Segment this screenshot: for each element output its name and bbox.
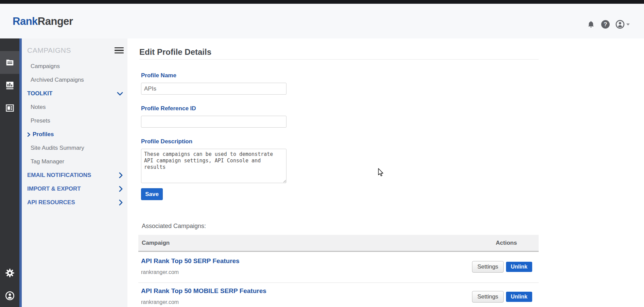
chevron-right-icon: [119, 199, 123, 206]
rail-accent-strip: [19, 38, 22, 307]
rail-content-icon[interactable]: [0, 97, 19, 119]
sidebar-item-notes[interactable]: Notes: [27, 100, 124, 114]
sidebar-section-label: API RESOURCES: [27, 199, 75, 206]
title-divider: [139, 59, 539, 60]
sidebar-item-label: Campaigns: [31, 63, 60, 70]
account-menu[interactable]: [615, 20, 630, 29]
sidebar-item-archived-campaigns[interactable]: Archived Campaigns: [27, 73, 124, 87]
column-header-campaign: Campaign: [138, 240, 170, 246]
campaigns-sidebar: CAMPAIGNS Campaigns Archived Campaigns T…: [22, 38, 127, 307]
campaign-domain: rankranger.com: [141, 269, 179, 275]
sidebar-section-toolkit[interactable]: TOOLKIT: [27, 87, 124, 100]
sidebar-item-presets[interactable]: Presets: [27, 114, 124, 128]
campaigns-table-header: Campaign Actions: [138, 235, 539, 252]
profile-name-label: Profile Name: [141, 72, 176, 79]
profile-description-label: Profile Description: [141, 138, 192, 145]
rail-settings-gear-icon[interactable]: [0, 261, 19, 284]
sidebar-title: CAMPAIGNS: [27, 46, 71, 54]
sidebar-section-email-notifications[interactable]: EMAIL NOTIFICATIONS: [27, 168, 124, 182]
sidebar-item-label: Presets: [31, 117, 50, 124]
app-header: RankRanger ?: [0, 4, 644, 38]
campaign-domain: rankranger.com: [141, 299, 179, 305]
sidebar-item-profiles[interactable]: Profiles: [27, 128, 124, 141]
account-caret-icon: [626, 23, 630, 26]
chevron-right-icon: [27, 132, 31, 137]
user-circle-icon: [615, 20, 625, 29]
help-glyph: ?: [604, 21, 607, 28]
sidebar-item-campaigns[interactable]: Campaigns: [27, 60, 124, 73]
unlink-button[interactable]: Unlink: [506, 262, 532, 272]
table-row: API Rank Top 50 SERP Features rankranger…: [138, 253, 539, 283]
sidebar-section-import-export[interactable]: IMPORT & EXPORT: [27, 182, 124, 196]
hamburger-menu-icon[interactable]: [115, 46, 124, 55]
campaign-name-link[interactable]: API Rank Top 50 SERP Features: [141, 257, 240, 265]
unlink-button[interactable]: Unlink: [506, 292, 532, 302]
profile-reference-id-input[interactable]: [141, 116, 286, 128]
sidebar-item-label: Notes: [31, 104, 46, 111]
page-title: Edit Profile Details: [139, 47, 211, 57]
help-icon[interactable]: ?: [601, 20, 610, 29]
chevron-right-icon: [119, 172, 123, 178]
sidebar-item-label: Profiles: [33, 131, 54, 138]
save-button[interactable]: Save: [141, 188, 163, 200]
sidebar-section-label: EMAIL NOTIFICATIONS: [27, 172, 91, 179]
row-actions: Settings Unlink: [472, 261, 532, 273]
rail-campaigns-icon[interactable]: [0, 51, 19, 74]
sidebar-section-label: IMPORT & EXPORT: [27, 185, 81, 192]
campaigns-table-body: API Rank Top 50 SERP Features rankranger…: [138, 253, 539, 307]
logo-part-rank: Rank: [13, 15, 38, 27]
profile-description-textarea[interactable]: These campaigns can be used to demonstra…: [141, 149, 286, 183]
profile-reference-id-label: Profile Reference ID: [141, 105, 196, 112]
notifications-bell-icon[interactable]: [587, 20, 595, 29]
table-row: API Rank Top 50 MOBILE SERP Features ran…: [138, 283, 539, 307]
rail-profile-user-icon[interactable]: [0, 284, 19, 307]
main-content: Edit Profile Details Profile Name Profil…: [127, 38, 644, 307]
rail-reports-icon[interactable]: [0, 74, 19, 97]
row-actions: Settings Unlink: [472, 291, 532, 303]
rankranger-logo[interactable]: RankRanger: [13, 15, 73, 28]
column-header-actions: Actions: [474, 240, 539, 246]
sidebar-item-tag-manager[interactable]: Tag Manager: [27, 155, 124, 168]
header-icon-group: ?: [587, 20, 630, 29]
settings-button[interactable]: Settings: [472, 261, 504, 273]
sidebar-item-label: Archived Campaigns: [31, 77, 84, 83]
sidebar-section-label: TOOLKIT: [27, 90, 52, 97]
chevron-right-icon: [119, 186, 123, 192]
sidebar-item-label: Tag Manager: [31, 158, 64, 165]
sidebar-item-label: Site Audits Summary: [31, 145, 84, 151]
associated-campaigns-heading: Associated Campaigns:: [142, 223, 206, 230]
logo-part-ranger: Ranger: [38, 15, 73, 27]
campaign-name-link[interactable]: API Rank Top 50 MOBILE SERP Features: [141, 287, 266, 295]
rail-bottom-group: [0, 261, 19, 307]
settings-button[interactable]: Settings: [472, 291, 504, 303]
sidebar-section-api-resources[interactable]: API RESOURCES: [27, 196, 124, 209]
icon-rail: [0, 38, 19, 307]
top-window-strip: [0, 0, 644, 4]
profile-name-input[interactable]: [141, 83, 286, 95]
chevron-down-icon: [117, 92, 123, 96]
sidebar-item-site-audits-summary[interactable]: Site Audits Summary: [27, 141, 124, 155]
